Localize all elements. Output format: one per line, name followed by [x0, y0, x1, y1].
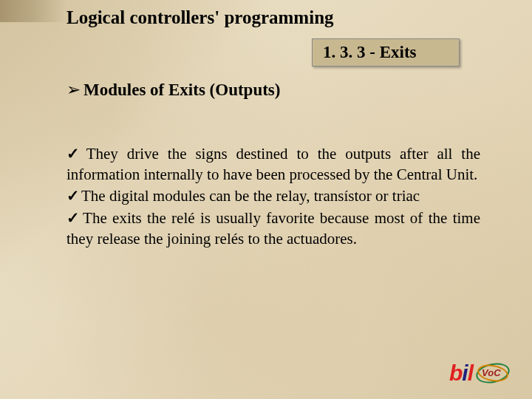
logo-letter-b: b — [449, 361, 462, 385]
bil-logo: bil — [449, 361, 473, 386]
bullet-text-2: The digital modules can be the relay, tr… — [81, 187, 420, 205]
bullet-item-2: The digital modules can be the relay, tr… — [66, 186, 480, 207]
voc-text: VoC — [482, 367, 501, 378]
bullet-item-1: They drive the signs destined to the out… — [66, 144, 480, 185]
slide-content: Logical controllers' programming 1. 3. 3… — [0, 0, 532, 399]
bullet-text-3: The exits the relé is usually favorite b… — [66, 209, 480, 248]
bullet-item-3: The exits the relé is usually favorite b… — [66, 208, 480, 249]
logo-letter-i: i — [462, 361, 467, 385]
page-title: Logical controllers' programming — [66, 7, 502, 28]
bullet-text-1: They drive the signs destined to the out… — [66, 145, 480, 183]
voc-badge: VoC — [476, 361, 510, 386]
section-badge: 1. 3. 3 - Exits — [312, 38, 460, 66]
logo-letter-l: l — [468, 361, 473, 385]
logo-area: bil VoC — [449, 361, 510, 386]
subheader: Modules of Exits (Outputs) — [66, 80, 502, 100]
subheader-text: Modules of Exits (Outputs) — [83, 81, 280, 99]
